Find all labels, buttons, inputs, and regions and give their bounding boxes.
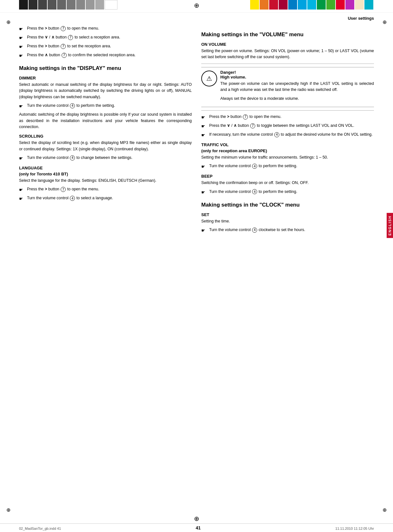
beep-bullet: ☛ Turn the volume control 4 to perform t… — [201, 189, 374, 196]
black-block-4 — [48, 0, 57, 10]
black-block-9 — [95, 0, 104, 10]
language-heading: LANGUAGE — [19, 166, 192, 170]
black-blocks — [19, 0, 118, 12]
color-lightgreen — [326, 0, 335, 10]
bullet-text: Turn the volume control 4 to change betw… — [27, 155, 192, 161]
bullet-arrow: ☛ — [201, 227, 208, 234]
bullet-arrow: ☛ — [201, 114, 208, 121]
danger-icon — [201, 71, 217, 86]
volume-section-title: Making settings in the "VOLUME" menu — [201, 31, 374, 38]
page-section-header: User settings — [19, 16, 374, 22]
bullet-text: Turn the volume control 4 to perform the… — [209, 163, 374, 169]
volume-bullet-1: ☛ Press the > button 7 to open the menu. — [201, 114, 374, 121]
reg-bottom-right: ⊕ — [383, 507, 387, 513]
bottom-right-info: 11.11.2010 11:12:05 Uhr — [335, 527, 374, 530]
traffic-vol-subheading: (only for reception area EUROPE) — [201, 148, 374, 153]
danger-subtitle: High volume. — [220, 75, 374, 79]
on-volume-body: Setting the power-on volume. Settings: O… — [201, 48, 374, 60]
scrolling-body: Select the display of scrolling text (e.… — [19, 140, 192, 152]
bottom-left-info: 02_MadSanTor_gb.indd 41 — [19, 527, 61, 530]
bullet-item: ☛ Press the > button 7 to set the recept… — [19, 43, 192, 50]
bullet-text: Turn the volume control 4 to perform the… — [27, 103, 192, 109]
color-purple — [345, 0, 354, 10]
bullet-arrow: ☛ — [19, 44, 25, 50]
bullet-arrow: ☛ — [19, 52, 25, 59]
crosshair-top: ⊕ — [194, 2, 199, 9]
danger-body: The power-on volume can be unexpectedly … — [220, 81, 374, 93]
bullet-text: Press the > button 7 to open the menu. — [209, 114, 374, 120]
on-volume-heading: ON VOLUME — [201, 42, 374, 47]
set-heading: SET — [201, 212, 374, 217]
set-bullet: ☛ Turn the volume control 4 clockwise to… — [201, 227, 374, 234]
bullet-item: ☛ Press the > button 7 to open the menu. — [19, 25, 192, 32]
two-column-layout: ☛ Press the > button 7 to open the menu.… — [19, 25, 374, 236]
color-blue — [288, 0, 297, 10]
color-orange — [260, 0, 269, 10]
black-block-7 — [76, 0, 85, 10]
traffic-vol-heading: TRAFFIC VOL — [201, 142, 374, 147]
divider-top — [201, 64, 374, 64]
bullet-text: Turn the volume control 4 to select a la… — [27, 195, 192, 201]
black-block-6 — [67, 0, 76, 10]
bullet-text: Press the > button 7 to open the menu. — [27, 25, 192, 31]
bullet-arrow: ☛ — [19, 103, 25, 110]
volume-bullet-2: ☛ Press the ∨ / ∧ button 7 to toggle bet… — [201, 123, 374, 130]
display-section-title: Making settings in the "DISPLAY" menu — [19, 65, 192, 72]
set-body: Setting the time. — [201, 218, 374, 224]
traffic-vol-body: Setting the minimum volume for traffic a… — [201, 154, 374, 160]
black-block-1 — [19, 0, 28, 10]
color-blocks-row — [250, 0, 374, 12]
bullet-item: ☛ Press the ∧ button 7 to confirm the se… — [19, 52, 192, 59]
bullet-text: Press the > button 7 to set the receptio… — [27, 43, 192, 49]
scrolling-bullet: ☛ Turn the volume control 4 to change be… — [19, 155, 192, 162]
color-cream — [355, 0, 364, 10]
content-area: User settings ☛ Press the > button 7 to … — [0, 13, 393, 242]
color-darkred — [279, 0, 288, 10]
bullet-arrow: ☛ — [19, 195, 25, 202]
bullet-arrow: ☛ — [201, 189, 208, 196]
black-block-8 — [86, 0, 95, 10]
right-column: Making settings in the "VOLUME" menu ON … — [201, 25, 374, 236]
traffic-vol-bullet: ☛ Turn the volume control 4 to perform t… — [201, 163, 374, 170]
bullet-text: Turn the volume control 4 to perform the… — [209, 189, 374, 195]
bullet-text: Press the > button 7 to open the menu. — [27, 186, 192, 192]
left-column: ☛ Press the > button 7 to open the menu.… — [19, 25, 192, 236]
beep-heading: BEEP — [201, 174, 374, 179]
language-subheading: (only for Toronto 410 BT) — [19, 172, 192, 176]
divider-bottom — [201, 110, 374, 111]
bullet-arrow: ☛ — [19, 187, 25, 193]
volume-bullet-3: ☛ If necessary, turn the volume control … — [201, 132, 374, 139]
dimmer-heading: DIMMER — [19, 76, 192, 80]
bullet-arrow: ☛ — [19, 155, 25, 162]
color-lightblue — [298, 0, 307, 10]
language-bullet-1: ☛ Press the > button 7 to open the menu. — [19, 186, 192, 193]
color-yellow — [250, 0, 259, 10]
black-block-5 — [57, 0, 66, 10]
bullet-text: Turn the volume control 4 clockwise to s… — [209, 227, 374, 233]
bullet-arrow: ☛ — [201, 163, 208, 170]
page: ⊕ ⊕ ⊕ ⊕ ⊕ ENGLISH User settings — [0, 0, 393, 532]
white-block — [105, 0, 117, 10]
dimmer-bullet: ☛ Turn the volume control 4 to perform t… — [19, 103, 192, 110]
color-green — [317, 0, 326, 10]
bullet-item: ☛ Press the ∨ / ∧ button 7 to select a r… — [19, 34, 192, 41]
black-block-3 — [38, 0, 47, 10]
danger-note: Always set the device to a moderate volu… — [220, 96, 374, 102]
color-cyan — [307, 0, 316, 10]
page-number: 41 — [196, 525, 201, 530]
color-brightred — [336, 0, 345, 10]
deco-top: ⊕ — [0, 0, 393, 13]
bullet-text: If necessary, turn the volume control 4 … — [209, 132, 374, 138]
language-body: Select the language for the display. Set… — [19, 178, 192, 184]
beep-body: Switching the confirmation beep on or of… — [201, 180, 374, 186]
bullet-arrow: ☛ — [19, 35, 25, 41]
bullet-arrow: ☛ — [19, 26, 25, 32]
dimmer-body: Select automatic or manual switching of … — [19, 82, 192, 100]
bullet-arrow: ☛ — [201, 132, 208, 139]
bottom-strip: 02_MadSanTor_gb.indd 41 41 11.11.2010 11… — [0, 523, 393, 532]
language-bullet-2: ☛ Turn the volume control 4 to select a … — [19, 195, 192, 202]
dimmer-note: Automatic switching of the display brigh… — [19, 112, 192, 130]
scrolling-heading: SCROLLING — [19, 134, 192, 139]
crosshair-bottom: ⊕ — [194, 515, 199, 522]
danger-title: Danger! — [220, 70, 374, 75]
